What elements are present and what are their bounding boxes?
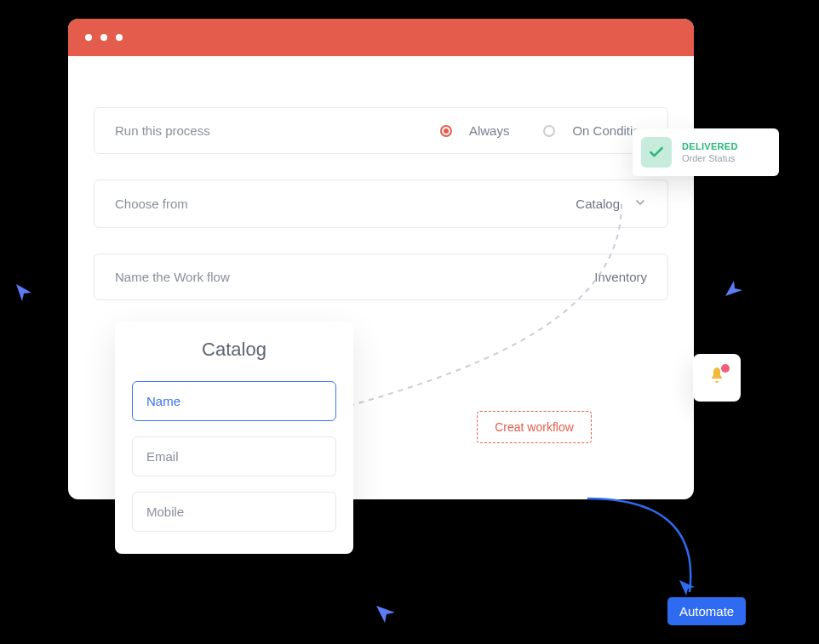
name-workflow-label: Name the Work flow xyxy=(115,270,230,284)
catalog-mobile-input[interactable] xyxy=(132,492,336,532)
form-area: Run this process Always On Condition Cho… xyxy=(68,56,694,351)
notification-dot-icon xyxy=(721,364,730,373)
cursor-icon xyxy=(722,277,744,299)
notification-card[interactable] xyxy=(693,354,741,402)
cursor-icon xyxy=(678,578,696,597)
svg-marker-0 xyxy=(679,580,695,596)
run-process-label: Run this process xyxy=(115,123,210,138)
choose-from-value: Catalog xyxy=(576,197,620,211)
automate-connector xyxy=(579,490,732,609)
cursor-icon xyxy=(13,281,35,303)
run-process-row: Run this process Always On Condition xyxy=(94,107,668,154)
create-workflow-button[interactable]: Creat workflow xyxy=(477,411,592,443)
svg-marker-1 xyxy=(16,284,32,301)
svg-marker-2 xyxy=(725,281,742,296)
delivered-text: DELIVERED Order Status xyxy=(682,141,738,163)
catalog-card: Catalog xyxy=(115,322,353,554)
radio-on-condition[interactable] xyxy=(543,125,555,137)
cursor-icon xyxy=(375,602,397,624)
check-icon xyxy=(641,137,672,168)
create-workflow-label: Creat workflow xyxy=(495,420,574,434)
radio-always-label: Always xyxy=(469,123,510,138)
catalog-name-input[interactable] xyxy=(132,381,336,421)
delivered-card: DELIVERED Order Status xyxy=(633,128,779,176)
window-titlebar xyxy=(68,19,694,56)
radio-always[interactable] xyxy=(440,125,452,137)
window-dot xyxy=(85,34,92,41)
automate-button[interactable]: Automate xyxy=(667,597,746,625)
chevron-down-icon xyxy=(633,196,647,212)
name-workflow-value: Inventory xyxy=(594,270,647,284)
catalog-email-input[interactable] xyxy=(132,436,336,476)
choose-from-label: Choose from xyxy=(115,197,188,211)
bell-icon xyxy=(707,366,727,390)
name-workflow-row[interactable]: Name the Work flow Inventory xyxy=(94,254,668,300)
svg-marker-3 xyxy=(376,606,395,623)
delivered-sub: Order Status xyxy=(682,153,738,163)
automate-label: Automate xyxy=(679,604,734,618)
window-dot xyxy=(100,34,107,41)
catalog-title: Catalog xyxy=(132,339,336,361)
choose-from-row[interactable]: Choose from Catalog xyxy=(94,180,668,228)
window-dot xyxy=(116,34,123,41)
delivered-status: DELIVERED xyxy=(682,141,738,151)
